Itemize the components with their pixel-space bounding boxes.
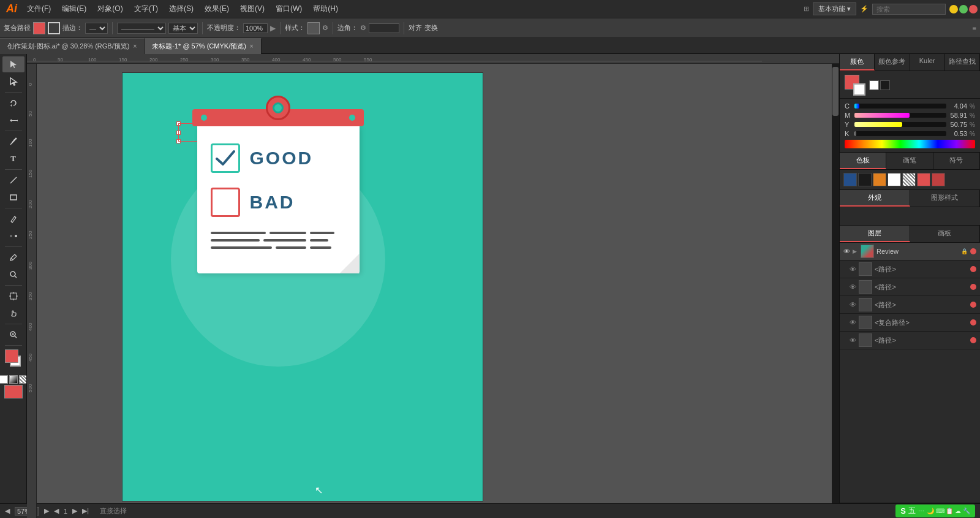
menu-window[interactable]: 窗口(W) <box>271 2 307 16</box>
color-tab[interactable]: 颜色 <box>840 54 875 70</box>
graphic-styles-tab[interactable]: 图形样式 <box>910 190 981 207</box>
layer-sub-2[interactable]: 👁 <路径> <box>840 278 980 296</box>
fill-color-box[interactable] <box>33 22 45 34</box>
black-reset[interactable] <box>880 80 890 90</box>
menu-edit[interactable]: 编辑(E) <box>57 2 91 16</box>
swatch-blue[interactable] <box>843 173 857 186</box>
reflect-tool[interactable]: ⟷ <box>2 112 24 128</box>
tab-1-close[interactable]: × <box>133 43 137 50</box>
artboard-tool[interactable] <box>2 288 24 304</box>
bottom-arrow-left[interactable]: ◀ <box>5 507 10 515</box>
swatch-darkred[interactable] <box>932 173 945 186</box>
swatches-tab[interactable]: 色板 <box>840 153 886 169</box>
corner-input[interactable] <box>369 23 399 33</box>
brushes-tab[interactable]: 画笔 <box>886 153 933 169</box>
layer-review[interactable]: 👁 ▶ Review 🔒 <box>840 243 980 261</box>
menu-effect[interactable]: 效果(E) <box>200 2 234 16</box>
kuler-tab[interactable]: Kuler <box>910 54 945 70</box>
toolbar-overflow[interactable]: ≡ <box>973 25 976 32</box>
tab-2[interactable]: 未标题-1* @ 57% (CMYK/预览) × <box>145 38 261 54</box>
artboards-tab[interactable]: 画板 <box>910 226 981 242</box>
layer-expand-review[interactable]: ▶ <box>853 248 857 254</box>
menu-object[interactable]: 对象(O) <box>92 2 127 16</box>
scrollbar-thumb-v[interactable] <box>832 67 839 116</box>
magnify-tool[interactable] <box>2 267 24 283</box>
layer-sub-1[interactable]: 👁 <路径> <box>840 261 980 278</box>
stroke-select[interactable]: — <box>85 23 108 34</box>
current-color-large[interactable] <box>4 385 23 398</box>
layer-sub-5[interactable]: 👁 <路径> <box>840 332 980 349</box>
swatch-red[interactable] <box>917 173 930 186</box>
eyedropper-tool[interactable] <box>2 249 24 265</box>
stroke-color-box[interactable] <box>48 22 60 34</box>
white-swatch[interactable] <box>0 375 8 384</box>
bottom-page-end[interactable]: ▶| <box>82 507 89 515</box>
rectangle-tool[interactable] <box>2 189 24 205</box>
swatch-orange[interactable] <box>873 173 886 186</box>
layers-tab[interactable]: 图层 <box>840 226 910 242</box>
corner-settings[interactable]: ⚙ <box>360 24 366 32</box>
bottom-arrow-right[interactable]: ▶ <box>44 507 49 515</box>
line-tool[interactable] <box>2 172 24 188</box>
menu-type[interactable]: 文字(T) <box>129 2 163 16</box>
layer-visibility-3[interactable]: 👁 <box>850 301 856 308</box>
layer-lock-review[interactable]: 🔒 <box>961 248 968 254</box>
layer-visibility-review[interactable]: 👁 <box>843 248 850 255</box>
layer-visibility-2[interactable]: 👁 <box>850 283 856 291</box>
hand-tool[interactable] <box>2 305 24 321</box>
tab-2-close[interactable]: × <box>250 43 254 50</box>
style-box[interactable] <box>307 22 320 34</box>
none-swatch[interactable] <box>19 375 28 384</box>
canvas-area[interactable]: 0 50 100 150 200 250 300 350 400 450 500… <box>27 54 839 518</box>
white-reset[interactable] <box>869 80 879 90</box>
cmyk-y-track[interactable] <box>854 122 946 127</box>
bottom-page-next[interactable]: ▶ <box>72 507 77 515</box>
cmyk-c-track[interactable] <box>854 104 946 109</box>
menu-select[interactable]: 选择(S) <box>164 2 198 16</box>
menu-view[interactable]: 视图(V) <box>235 2 270 16</box>
cmyk-m-track[interactable] <box>854 113 946 118</box>
pencil-tool[interactable] <box>2 211 24 227</box>
pathfinder-tab[interactable]: 路径查找 <box>945 54 980 70</box>
style-settings[interactable]: ⚙ <box>322 24 328 32</box>
zoom-tool[interactable] <box>2 327 24 343</box>
opacity-arrow[interactable]: ▶ <box>270 24 276 32</box>
opacity-input[interactable] <box>243 23 268 33</box>
cmyk-k-track[interactable] <box>854 131 946 136</box>
maximize-button[interactable] <box>959 5 968 13</box>
layer-sub-3[interactable]: 👁 <路径> <box>840 296 980 314</box>
layer-visibility-5[interactable]: 👁 <box>850 337 856 344</box>
fill-color-swatch[interactable] <box>5 349 18 363</box>
search-input[interactable] <box>872 4 946 15</box>
appearance-tab[interactable]: 外观 <box>840 190 910 207</box>
minimize-button[interactable] <box>949 5 958 13</box>
rotate-tool[interactable] <box>2 95 24 111</box>
workspace-button[interactable]: 基本功能 ▾ <box>813 2 856 15</box>
direct-selection-tool[interactable] <box>2 74 24 90</box>
blend-tool[interactable] <box>2 228 24 244</box>
pen-tool[interactable] <box>2 134 24 150</box>
line-preset-select[interactable]: 基本 <box>168 23 198 34</box>
type-tool[interactable]: T <box>2 151 24 167</box>
layer-visibility-1[interactable]: 👁 <box>850 265 856 273</box>
canvas-scrollbar-v[interactable] <box>832 54 839 518</box>
symbols-tab[interactable]: 符号 <box>933 153 980 169</box>
layer-sub-4[interactable]: 👁 <复合路径> <box>840 314 980 332</box>
swatch-pattern[interactable] <box>902 173 916 186</box>
close-button[interactable] <box>969 5 978 13</box>
selection-tool[interactable] <box>2 56 24 72</box>
swatch-black[interactable] <box>858 173 872 186</box>
gradient-swatch[interactable] <box>9 375 18 384</box>
tab-1[interactable]: 创作策划-图标.ai* @ 30.28% (RGB/预览) × <box>0 38 145 54</box>
color-spectrum[interactable] <box>845 140 975 148</box>
menu-file[interactable]: 文件(F) <box>22 2 56 16</box>
bg-swatch[interactable] <box>853 83 865 96</box>
menu-help[interactable]: 帮助(H) <box>308 2 343 16</box>
swatch-white[interactable] <box>888 173 901 186</box>
color-ref-tab[interactable]: 颜色参考 <box>875 54 910 70</box>
sougou-icons[interactable]: 🌙 ⌨ 📋 ☁ 🔧 <box>927 508 970 514</box>
line-style-select[interactable]: ————— <box>117 23 166 34</box>
layer-visibility-4[interactable]: 👁 <box>850 319 856 326</box>
bottom-page-prev[interactable]: ◀ <box>54 507 59 515</box>
ime-bar[interactable]: S 五 ⋯ 🌙 ⌨ 📋 ☁ 🔧 <box>895 505 975 517</box>
